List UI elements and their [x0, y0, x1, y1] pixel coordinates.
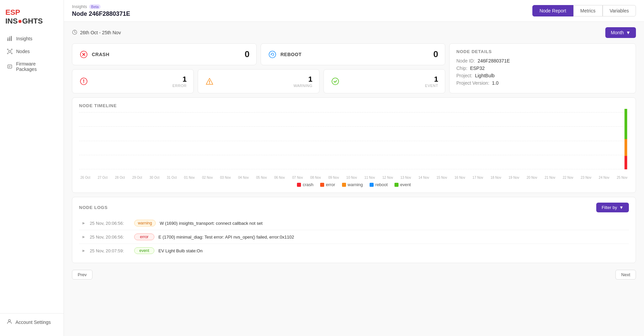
legend-event-label: event [400, 182, 411, 187]
logs-title: NODE LOGS [79, 205, 108, 210]
x-label-5: 31 Oct [167, 176, 177, 179]
log-badge-0: warning [134, 220, 156, 226]
reboot-card: REBOOT 0 [261, 43, 445, 65]
x-label-25: 20 Nov [527, 176, 537, 179]
month-button[interactable]: Month ▼ [605, 27, 636, 38]
x-label-14: 09 Nov [328, 176, 339, 179]
log-badge-2: event [134, 247, 154, 254]
node-id-row: Node ID: 246F2880371E [456, 58, 629, 64]
header-left: Insights Beta Node 246F2880371E [72, 4, 130, 17]
x-label-3: 29 Oct [132, 176, 142, 179]
x-label-23: 18 Nov [491, 176, 501, 179]
tab-metrics[interactable]: Metrics [573, 5, 603, 16]
account-icon [7, 319, 12, 325]
prev-button[interactable]: Prev [72, 270, 92, 280]
x-label-22: 17 Nov [472, 176, 483, 179]
node-details-card: NODE DETAILS Node ID: 246F2880371E Chip:… [449, 43, 636, 93]
insights-icon [7, 36, 13, 42]
log-expand-2[interactable]: ► [82, 248, 86, 253]
legend-crash-dot [297, 183, 301, 187]
sidebar-item-nodes[interactable]: Nodes [0, 45, 64, 58]
nodes-icon [7, 48, 13, 54]
header-tabs: Node Report Metrics Variables [532, 5, 636, 16]
svg-point-23 [269, 51, 276, 58]
reboot-value: 0 [433, 49, 438, 59]
svg-point-4 [9, 37, 10, 38]
x-label-2: 28 Oct [115, 176, 125, 179]
log-expand-1[interactable]: ► [82, 235, 86, 239]
filter-button[interactable]: Filter by ▼ [596, 203, 629, 212]
event-card: 1 EVENT [324, 69, 445, 93]
warning-card: 1 WARNING [198, 69, 319, 93]
x-label-18: 13 Nov [401, 176, 411, 179]
content: 26th Oct - 25th Nov Month ▼ [64, 22, 644, 288]
reboot-icon [268, 50, 277, 59]
breadcrumb-insights: Insights [72, 4, 87, 9]
node-id-key: Node ID: [456, 58, 475, 64]
error-icon [79, 77, 88, 86]
legend-error-label: error [326, 182, 335, 187]
crash-label: CRASH [92, 52, 109, 57]
svg-rect-15 [8, 65, 12, 68]
sidebar-item-nodes-label: Nodes [16, 49, 30, 54]
svg-line-11 [8, 50, 9, 51]
project-key: Project: [456, 73, 472, 78]
log-time-2: 25 Nov, 20:07:59: [90, 248, 130, 253]
x-label-17: 12 Nov [382, 176, 393, 179]
x-label-12: 07 Nov [292, 176, 303, 179]
project-val: LightBulb [475, 73, 494, 78]
svg-point-28 [209, 83, 210, 84]
x-label-11: 06 Nov [274, 176, 285, 179]
logo-esp: ESP [5, 8, 20, 16]
x-label-10: 05 Nov [256, 176, 267, 179]
log-time-0: 25 Nov, 20:06:56: [90, 221, 130, 226]
sidebar-item-firmware[interactable]: Firmware Packages [0, 58, 64, 75]
svg-rect-2 [11, 37, 12, 41]
breadcrumb: Insights Beta [72, 4, 130, 9]
x-label-26: 21 Nov [545, 176, 556, 179]
reboot-label: REBOOT [280, 52, 302, 57]
logo: ESP INS●GHTS [0, 5, 64, 32]
stats-section: CRASH 0 [72, 43, 445, 93]
log-time-1: 25 Nov, 20:06:56: [90, 235, 130, 240]
log-row-1: ► 25 Nov, 20:06:56: error E (1700) minim… [79, 230, 629, 244]
x-label-30: 25 Nov [617, 176, 628, 179]
log-msg-1: E (1700) minimal_diag: Test error: API n… [158, 235, 294, 240]
tab-variables[interactable]: Variables [603, 5, 636, 16]
x-label-27: 22 Nov [563, 176, 573, 179]
legend-error-dot [320, 183, 324, 187]
tab-node-report[interactable]: Node Report [532, 5, 573, 16]
page-title: Node 246F2880371E [72, 10, 130, 17]
version-row: Project Version: 1.0 [456, 80, 629, 86]
error-card: 1 ERROR [72, 69, 194, 93]
log-expand-0[interactable]: ► [82, 221, 86, 225]
date-range-label: 26th Oct - 25th Nov [80, 30, 121, 35]
svg-line-14 [10, 52, 11, 53]
top-header: Insights Beta Node 246F2880371E Node Rep… [64, 0, 644, 22]
legend-error: error [320, 182, 335, 187]
timeline-chart: 26 Oct 27 Oct 28 Oct 29 Oct 30 Oct 31 Oc… [79, 112, 629, 179]
filter-btn-label: Filter by [602, 205, 617, 210]
svg-rect-0 [7, 39, 8, 41]
legend-warning: warning [342, 182, 363, 187]
account-label: Account Settings [15, 320, 51, 325]
month-btn-label: Month [611, 30, 624, 35]
x-label-7: 02 Nov [202, 176, 213, 179]
date-bar: 26th Oct - 25th Nov Month ▼ [72, 27, 636, 38]
next-button[interactable]: Next [615, 270, 636, 280]
chip-row: Chip: ESP32 [456, 66, 629, 71]
firmware-icon [7, 64, 13, 70]
legend-warning-label: warning [348, 182, 363, 187]
account-settings[interactable]: Account Settings [0, 313, 64, 331]
sidebar-item-insights[interactable]: Insights [0, 32, 64, 45]
x-label-28: 23 Nov [581, 176, 592, 179]
warning-count: 1 [294, 75, 312, 84]
chart-legend: crash error warning reboot event [79, 182, 629, 187]
legend-crash-label: crash [303, 182, 313, 187]
clock-icon [72, 30, 77, 36]
node-id-val: 246F2880371E [478, 58, 510, 64]
error-count: 1 [173, 75, 187, 84]
log-row-0: ► 25 Nov, 20:06:56: warning W (1690) ins… [79, 216, 629, 230]
svg-point-18 [8, 320, 10, 322]
x-label-20: 15 Nov [437, 176, 447, 179]
